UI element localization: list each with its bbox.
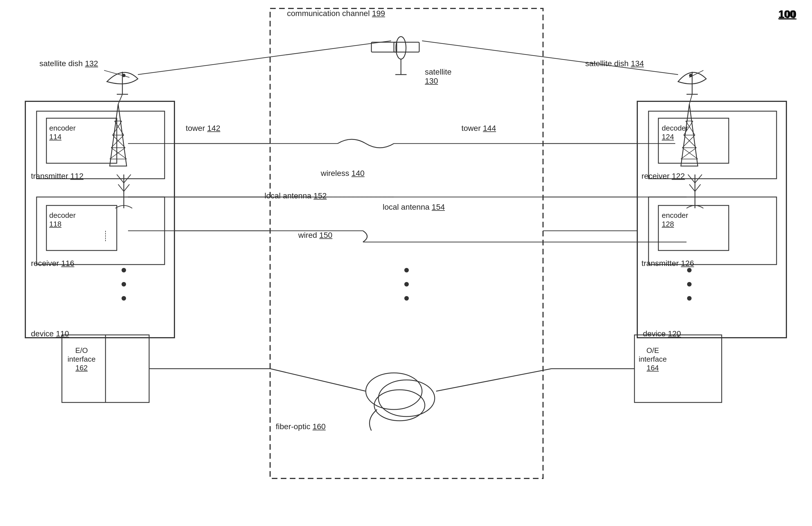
svg-rect-68 [649,111,777,179]
tower-right-label: tower 144 [461,124,496,133]
svg-line-83 [436,369,551,391]
diagram: 100 communication channel 199 satellite … [0,0,812,526]
svg-rect-70 [649,197,777,265]
eo-interface-label: E/O interface 162 [68,346,96,372]
svg-point-60 [687,282,692,286]
encoder-left-label: encoder 114 [49,124,76,141]
svg-rect-2 [372,42,397,52]
svg-line-95 [689,70,704,77]
svg-rect-62 [25,101,174,338]
diagram-ref-number: 100 [779,9,797,20]
svg-line-92 [118,94,122,104]
channel-label: communication channel 199 [287,9,385,18]
svg-point-58 [404,296,409,301]
svg-line-93 [689,94,692,104]
decoder-right-label: decoder 124 [662,124,688,141]
svg-rect-67 [637,101,786,338]
svg-line-46 [689,184,695,191]
svg-point-61 [687,296,692,301]
svg-line-12 [138,41,391,74]
dish-left-label: satellite dish 132 [39,59,98,68]
svg-rect-3 [394,42,419,52]
device-right-label: device 120 [643,329,681,338]
svg-point-55 [121,296,126,301]
svg-line-81 [270,369,366,391]
svg-line-19 [115,121,124,135]
fiberoptic-label: fiber-optic 160 [276,422,325,431]
transmitter-left-label: transmitter 112 [31,172,84,181]
receiver-right-label: receiver 122 [641,172,685,181]
svg-point-75 [378,380,435,416]
svg-rect-63 [37,111,164,179]
svg-point-57 [404,282,409,286]
wired-label: wired 150 [298,231,332,240]
transmitter-right-label: transmitter 126 [641,259,694,268]
receiver-left-label: receiver 116 [31,259,74,268]
svg-point-56 [404,268,409,272]
svg-line-41 [118,184,124,191]
dish-right-label: satellite dish 134 [585,59,644,68]
svg-line-42 [124,184,129,191]
satellite-label: satellite 130 [425,68,452,86]
svg-point-1 [396,37,406,59]
svg-line-94 [104,70,129,77]
antenna-left-label: local antenna 152 [264,191,327,200]
svg-point-59 [687,268,692,272]
svg-line-47 [695,184,700,191]
encoder-right-label: encoder 128 [662,211,688,228]
wireless-label: wireless 140 [321,169,365,178]
antenna-right-label: local antenna 154 [383,203,445,212]
svg-point-53 [121,268,126,272]
svg-point-54 [121,282,126,286]
oe-interface-label: O/E interface 164 [639,346,667,372]
tower-left-label: tower 142 [186,124,220,133]
decoder-left-label: decoder 118 [49,211,76,228]
svg-line-13 [422,41,678,74]
device-left-label: device 110 [31,329,69,338]
